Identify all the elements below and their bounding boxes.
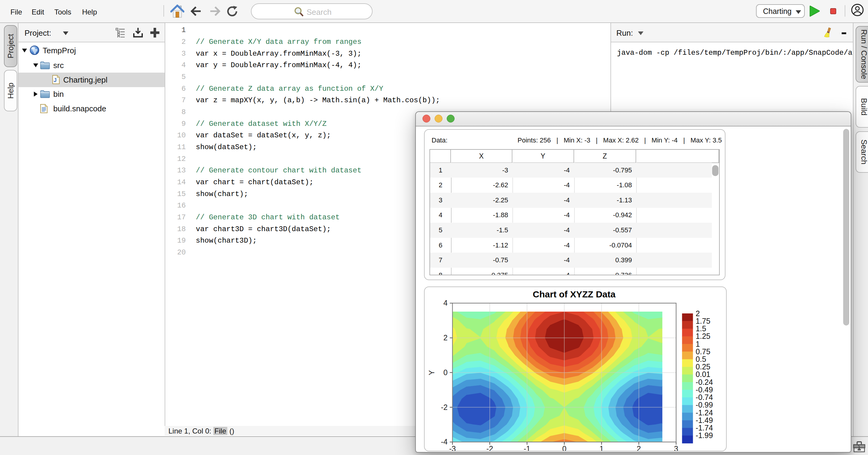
svg-text:-0.49: -0.49 [696, 385, 713, 394]
svg-text:1.5: 1.5 [696, 324, 706, 333]
svg-text:0.01: 0.01 [696, 370, 711, 379]
svg-text:-1.49: -1.49 [696, 416, 713, 424]
svg-text:-2: -2 [441, 403, 447, 412]
svg-text:2: 2 [637, 445, 641, 451]
svg-text:0.75: 0.75 [696, 347, 711, 356]
svg-text:-0.74: -0.74 [696, 393, 713, 401]
svg-text:0.5: 0.5 [696, 355, 706, 363]
svg-text:-1.24: -1.24 [696, 409, 713, 417]
svg-text:Y: Y [427, 370, 436, 375]
svg-text:0.25: 0.25 [696, 362, 711, 371]
svg-text:4: 4 [443, 299, 447, 307]
svg-text:-1: -1 [524, 445, 530, 451]
svg-text:3: 3 [674, 445, 678, 451]
svg-text:1: 1 [599, 445, 604, 451]
svg-text:-1.74: -1.74 [696, 424, 713, 432]
svg-text:2: 2 [696, 309, 700, 318]
svg-text:-2: -2 [486, 445, 493, 451]
svg-text:1: 1 [696, 340, 700, 348]
svg-text:2: 2 [443, 333, 447, 342]
svg-text:1.75: 1.75 [696, 317, 711, 325]
svg-text:1.25: 1.25 [696, 332, 711, 340]
svg-text:-1.99: -1.99 [696, 431, 713, 440]
svg-text:Chart of XYZZ Data: Chart of XYZZ Data [533, 289, 616, 299]
svg-text:-0.99: -0.99 [696, 400, 713, 409]
svg-text:-0.24: -0.24 [696, 378, 713, 386]
svg-text:-4: -4 [441, 437, 447, 446]
svg-text:J: J [54, 77, 57, 84]
svg-text:0: 0 [443, 368, 447, 377]
svg-text:0: 0 [562, 445, 566, 451]
svg-text:-3: -3 [449, 445, 456, 451]
